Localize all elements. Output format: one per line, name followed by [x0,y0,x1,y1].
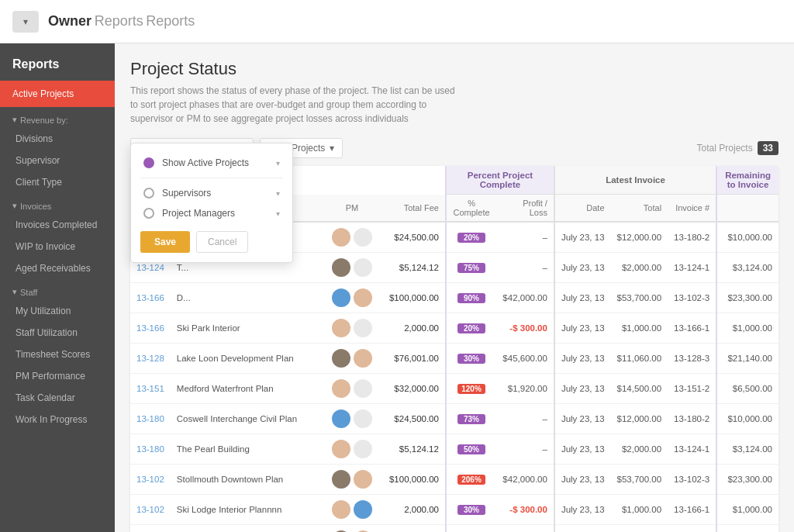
pm-avatars [321,222,383,253]
sidebar-item-label: Task Calendar [16,392,75,403]
project-id[interactable]: 13-180 [130,434,171,465]
page-heading: Project Status [130,59,778,79]
sidebar-item-label: PM Performance [16,371,85,382]
sidebar-item-my-utilization[interactable]: My Utilization [0,300,115,322]
project-id[interactable]: 13-102 [130,495,171,525]
inv-total: $11,060.00 [611,344,668,374]
remaining: $1,000.00 [716,313,778,344]
col-pm: PM [321,195,383,223]
sidebar-item-active-projects[interactable]: Active Projects [0,81,115,107]
project-name: D... [171,283,321,313]
title-bold: Owner [48,13,91,29]
chevron-down-icon: ▾ [330,143,334,154]
pm-avatars [321,434,383,465]
sidebar-item-label: Invoices Completed [16,219,97,230]
sidebar-item-label: Aged Receivables [16,263,91,274]
total-count-badge: 33 [758,141,778,155]
inv-date: July 23, 13 [554,404,611,434]
page-title: Owner Reports Reports [48,13,195,29]
table-row: 13-180 Coswell Interchange Civil Plan $2… [130,404,778,434]
col-total-fee: Total Fee [383,195,446,223]
sidebar-item-label: Client Type [16,177,62,188]
inv-num: 13-124-1 [668,434,716,465]
table-row: 13-166 D... $100,000.00 90% $42,000.00 J… [130,283,778,313]
pm-avatars [321,495,383,525]
project-id[interactable]: 13-166 [130,283,171,313]
project-name: Medford Waterfront Plan [171,374,321,404]
pct-complete: 30% [446,495,496,525]
save-button[interactable]: Save [140,231,190,253]
sidebar-item-task-calendar[interactable]: Task Calendar [0,387,115,409]
table-row: 13-128 Tazy Website Update and Rebrand $… [130,525,778,533]
inv-total: $11,060.00 [611,525,668,533]
inv-date: July 23, 13 [554,495,611,525]
sidebar-item-client-type[interactable]: Client Type [0,171,115,193]
profit-loss: -$ 300.00 [496,495,554,525]
sidebar-section-staff: ▾ Staff [0,279,115,300]
dropdown-option-label: Supervisors [162,188,268,199]
pm-avatars [321,344,383,374]
total-fee: 2,000.00 [383,495,446,525]
inv-total: $14,500.00 [611,374,668,404]
project-name: Ski Park Interior [171,313,321,344]
project-id[interactable]: 13-180 [130,404,171,434]
col-inv-total: Total [611,195,668,223]
sidebar-section-revenue: ▾ Revenue by: [0,107,115,128]
project-id[interactable]: 13-128 [130,525,171,533]
sidebar-item-pm-performance[interactable]: PM Performance [0,365,115,387]
project-name: Ski Lodge Interior Plannnn [171,495,321,525]
total-fee: 2,000.00 [383,313,446,344]
main-content: Project Status This report shows the sta… [115,43,794,532]
table-row: 13-102 Stollmouth Downtown Plan $100,000… [130,465,778,495]
sidebar-item-divisions[interactable]: Divisions [0,128,115,150]
sidebar-item-label: Timesheet Scores [16,349,90,360]
dropdown-option-show-active[interactable]: Show Active Projects ▾ [140,153,283,173]
project-name: Stollmouth Downtown Plan [171,465,321,495]
sidebar-item-supervisor[interactable]: Supervisor [0,150,115,171]
pm-avatars [321,525,383,533]
table-row: 13-180 The Pearl Building $5,124.12 50% … [130,434,778,465]
project-id[interactable]: 13-166 [130,313,171,344]
sidebar-item-invoices-completed[interactable]: Invoices Completed [0,214,115,236]
project-name: Lake Loon Development Plan [171,344,321,374]
remaining: $21,140.00 [716,344,778,374]
pct-complete: 20% [446,222,496,253]
chevron-down-icon: ▾ [276,189,280,198]
sidebar-item-wip-to-invoice[interactable]: WIP to Invoice [0,236,115,257]
remaining-invoice-header: Remaining to Invoice [716,166,778,195]
dropdown-option-supervisors[interactable]: Supervisors ▾ [140,183,283,203]
total-fee: $5,124.12 [383,253,446,283]
inv-date: July 23, 13 [554,465,611,495]
table-row: 13-128 Lake Loon Development Plan $76,00… [130,344,778,374]
title-light-text: Reports [146,13,195,29]
inv-total: $53,700.00 [611,283,668,313]
dropdown-divider [140,178,283,178]
inv-num: 13-124-1 [668,253,716,283]
pm-avatars [321,253,383,283]
profit-loss: – [496,222,554,253]
sidebar-item-work-in-progress[interactable]: Work In Progress [0,409,115,430]
sidebar-item-aged-receivables[interactable]: Aged Receivables [0,257,115,279]
dropdown-option-project-managers[interactable]: Project Managers ▾ [140,203,283,223]
toggle-button[interactable]: ▾ [12,11,39,33]
pm-avatars [321,374,383,404]
pct-complete: 50% [446,434,496,465]
sidebar-item-label: WIP to Invoice [16,241,75,252]
project-id[interactable]: 13-128 [130,344,171,374]
inv-total: $12,000.00 [611,222,668,253]
project-id[interactable]: 13-102 [130,465,171,495]
remaining: $21,140.00 [716,525,778,533]
dropdown-actions: Save Cancel [140,231,283,253]
pm-avatars [321,313,383,344]
project-id[interactable]: 13-151 [130,374,171,404]
total-fee: $24,500.00 [383,222,446,253]
percent-complete-header: Percent Project Complete [446,166,554,195]
sidebar-item-staff-utilization[interactable]: Staff Utilization [0,322,115,344]
inv-total: $2,000.00 [611,434,668,465]
cancel-button[interactable]: Cancel [196,231,248,253]
sidebar-item-timesheet-scores[interactable]: Timesheet Scores [0,344,115,365]
total-label: Total Projects [697,143,753,154]
arrow-icon: ▾ [12,201,17,211]
profit-loss: -$ 300.00 [496,313,554,344]
inv-num: 13-151-2 [668,374,716,404]
